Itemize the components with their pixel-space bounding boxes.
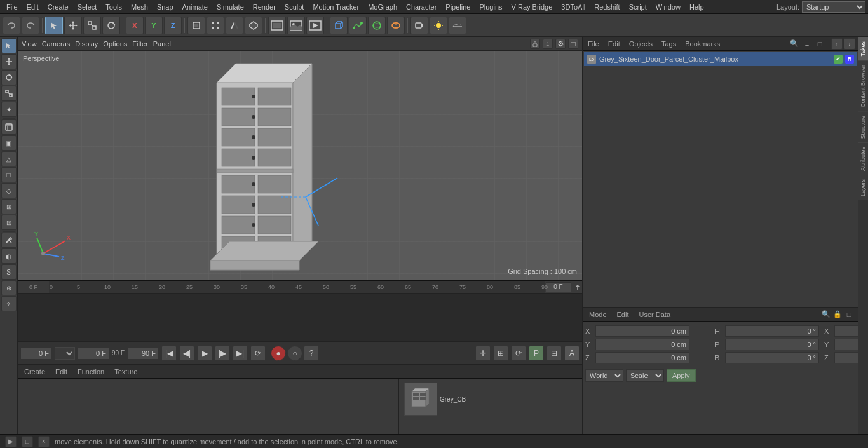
obj-tool-1[interactable]: ↑ [831,38,843,50]
cube-button[interactable] [330,17,348,34]
playback-param[interactable]: P [529,346,544,361]
poly-mode-button[interactable] [245,17,262,34]
left-tool-scale[interactable] [1,86,17,101]
menu-character[interactable]: Character [402,2,440,12]
menu-tools[interactable]: Tools [102,2,126,12]
menu-pipeline[interactable]: Pipeline [442,2,474,12]
bottom-create-btn[interactable]: Create [22,368,48,376]
viewport-header-cameras[interactable]: Cameras [42,40,71,48]
playback-to-end[interactable]: ▶| [233,346,248,361]
coord-p-field[interactable] [725,339,819,350]
light-button[interactable] [430,17,447,34]
coord-h-field[interactable] [725,325,819,337]
move-button[interactable] [64,17,82,34]
left-tool-spline[interactable]: ⟡ [1,296,17,311]
status-icon-3[interactable]: × [38,436,50,447]
attr-expand-icon[interactable]: □ [844,309,854,320]
menu-create[interactable]: Create [44,2,72,12]
menu-animate[interactable]: Animate [179,2,212,12]
attr-mode-btn[interactable]: Mode [587,311,609,318]
playback-next-frame[interactable]: |▶ [215,346,230,361]
menu-help[interactable]: Help [686,2,708,12]
menu-redshift[interactable]: Redshift [590,2,623,12]
left-tool-cursor[interactable] [1,38,17,53]
frame-type-select[interactable] [55,347,75,360]
point-mode-button[interactable] [207,17,224,34]
obj-search-icon[interactable]: 🔍 [789,39,799,49]
menu-file[interactable]: File [3,2,22,12]
obj-objects-btn[interactable]: Objects [627,40,655,48]
obj-badge-visible[interactable]: ✓ [834,55,843,64]
ruler-numbers[interactable]: 0 5 10 15 20 25 30 35 40 45 50 55 60 65 … [50,281,544,293]
playback-loop[interactable]: ⟳ [250,346,266,361]
attr-edit-btn[interactable]: Edit [614,311,632,318]
playback-prev-frame[interactable]: ◀| [179,346,194,361]
coord-z2-field[interactable] [834,352,858,363]
scale-select[interactable]: Scale [626,369,664,382]
vtab-attributes[interactable]: Attributes [858,142,868,175]
menu-window[interactable]: Window [652,2,684,12]
menu-mograph[interactable]: MoGraph [364,2,401,12]
coord-x-field[interactable] [595,325,689,337]
obj-badge-render[interactable]: R [845,55,854,64]
apply-button[interactable]: Apply [667,369,696,382]
menu-3dtoall[interactable]: 3DToAll [557,2,589,12]
timeline-frame-input[interactable] [546,282,571,292]
coord-y2-field[interactable] [834,339,858,350]
playback-rotate-key[interactable]: ⟳ [511,346,526,361]
left-tool-viewport[interactable] [1,119,17,135]
attr-userdata-btn[interactable]: User Data [637,311,674,318]
deformer-button[interactable] [387,17,405,34]
playback-play[interactable]: ▶ [197,346,212,361]
edge-mode-button[interactable] [226,17,243,34]
obj-row-mailbox[interactable]: Lo Grey_Sixteen_Door_Parcel_Cluster_Mail… [584,52,857,66]
playback-current-field[interactable] [78,347,109,360]
menu-snap[interactable]: Snap [153,2,177,12]
obj-expand-icon[interactable]: □ [815,39,825,49]
left-tool-rotate[interactable] [1,70,17,85]
bottom-texture-btn[interactable]: Texture [112,368,140,376]
viewport-header-filter[interactable]: Filter [132,40,147,48]
menu-vray[interactable]: V-Ray Bridge [508,2,557,12]
playback-grid[interactable]: ⊟ [546,346,562,361]
playback-to-start[interactable]: |◀ [161,346,177,361]
status-icon-2[interactable]: □ [22,436,33,447]
menu-script[interactable]: Script [625,2,651,12]
viewport-header-panel[interactable]: Panel [153,40,171,48]
playback-autokey[interactable]: ○ [287,346,302,361]
coord-b-field[interactable] [725,352,819,363]
spline-button[interactable] [349,17,367,34]
object-mode-button[interactable] [187,17,205,34]
playback-help[interactable]: ? [304,346,319,361]
attr-lock-icon[interactable]: 🔒 [832,309,843,320]
viewport-header-options[interactable]: Options [103,40,127,48]
menu-simulate[interactable]: Simulate [213,2,248,12]
left-tool-transform[interactable]: ✦ [1,102,17,117]
playback-scale-key[interactable]: ⊞ [493,346,508,361]
playback-move-key[interactable]: ✛ [475,346,491,361]
playback-animate-active[interactable]: A [564,346,580,361]
obj-tool-2[interactable]: ↓ [844,38,855,50]
left-tool-magnet[interactable]: ⊛ [1,280,17,295]
menu-edit[interactable]: Edit [23,2,43,12]
coord-y-field[interactable] [595,339,689,350]
axis-x-button[interactable]: X [126,17,144,34]
timeline-content[interactable] [18,294,582,341]
menu-sculpt[interactable]: Sculpt [281,2,308,12]
playback-record[interactable]: ● [271,346,286,361]
left-tool-quad[interactable]: □ [1,167,17,182]
viewport[interactable]: Perspective Grid Spacing : 100 cm [18,51,582,280]
menu-render[interactable]: Render [249,2,280,12]
make-preview-button[interactable] [306,17,324,34]
axis-z-button[interactable]: Z [164,17,182,34]
vtab-layers[interactable]: Layers [858,175,868,200]
vtab-content-browser[interactable]: Content Browser [858,60,868,111]
bottom-function-btn[interactable]: Function [75,368,107,376]
grey-cb-item[interactable]: Grey_CB [402,381,580,417]
left-tool-matrix[interactable]: ⊞ [1,199,17,214]
redo-button[interactable] [22,17,39,34]
left-tool-ngon[interactable]: ◇ [1,183,17,198]
floor-button[interactable] [449,17,466,34]
coord-z-field[interactable] [595,352,689,363]
obj-filter-icon[interactable]: ≡ [802,39,812,49]
